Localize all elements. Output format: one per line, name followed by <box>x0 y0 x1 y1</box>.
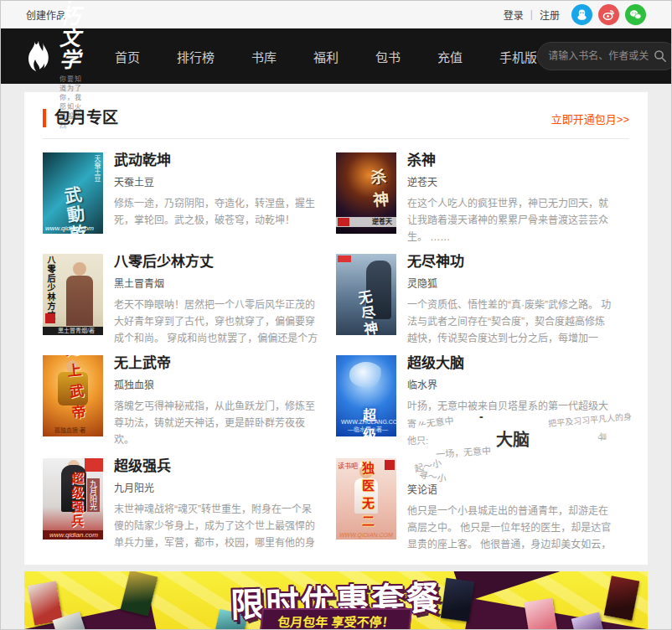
nav-item-baoshu[interactable]: 包书 <box>375 48 401 65</box>
nav-item-ranking[interactable]: 排行榜 <box>177 48 215 65</box>
book-item[interactable]: 八零后少林方丈 黑土冒青烟/著 八零后少林方丈 黑土冒青烟 老天不睁眼呐！居然把… <box>43 254 336 347</box>
monthly-section-title: 包月专区 <box>43 109 118 127</box>
cover-author-text: 九月阳光 <box>87 478 100 512</box>
book-description: 在这个人吃人的疯狂世界，神已无力回天，就让我踏着漫天诸神的累累尸骨来普渡这芸芸众… <box>407 195 614 245</box>
site-name: 不朽文学 <box>59 0 83 71</box>
nav-item-welfare[interactable]: 福利 <box>313 48 339 65</box>
book-item[interactable]: 超级强兵 九月阳光 www.qidian.com 超级强兵 九月阳光 末世神魂战… <box>43 458 336 553</box>
book-author[interactable]: 临水界 <box>407 377 614 391</box>
search-box <box>537 42 672 70</box>
book-cover[interactable]: 无尽神功 <box>336 254 396 335</box>
cover-site-text: www.qidian.com <box>45 225 94 232</box>
book-description: 他只是一个小县城走出的普通青年，却游走在高层之中。 他只是一位年轻的医生，却是达… <box>407 503 614 553</box>
book-author[interactable]: 灵隐狐 <box>407 276 614 290</box>
book-cover[interactable]: 八零后少林方丈 黑土冒青烟/著 <box>43 254 103 335</box>
cover-brain-art <box>349 362 383 387</box>
promo-banner[interactable]: 限时优惠套餐 包月包年 享受不停！ <box>24 571 648 630</box>
book-item[interactable]: 读书吧 独医无二 WWW.QIDIAN.COM 起〜小 寻〜小 笑论语 他只是一… <box>336 458 629 553</box>
search-icon[interactable] <box>654 49 667 63</box>
monthly-zone-card: 包月专区 立即开通包月>> 武動乾坤 天蚕土豆 www.qidian.com 武… <box>24 92 648 565</box>
cover-site-text: WWW.ZHULANG.COM <box>341 419 396 425</box>
book-title[interactable]: 无上武帝 <box>114 355 321 372</box>
banner-book-cover <box>441 578 474 622</box>
nav-menu: 首页 排行榜 书库 福利 包书 充值 手机版 <box>115 48 537 65</box>
book-cover[interactable]: 无上武帝 孤独血狼·著 <box>43 355 103 436</box>
banner-subtitle: 包月包年 享受不停！ <box>260 608 412 630</box>
cover-figure-body <box>66 276 93 326</box>
cover-byline-text: —临水界◎著— <box>348 425 388 433</box>
qq-icon[interactable] <box>571 4 592 25</box>
nav-item-library[interactable]: 书库 <box>251 48 277 65</box>
monthly-book-grid: 武動乾坤 天蚕土豆 www.qidian.com 武动乾坤 天蚕土豆 修炼一途，… <box>43 152 629 553</box>
cover-site-text: www.qidian.com <box>49 531 98 539</box>
glitch-fragment: - <box>479 410 483 423</box>
book-item[interactable]: 杀神 逆苍天 杀神 逆苍天 在这个人吃人的疯狂世界，神已无力回天，就让我踏着漫天… <box>336 152 629 245</box>
open-monthly-link[interactable]: 立即开通包月>> <box>551 111 629 127</box>
auth-divider: | <box>530 8 533 20</box>
top-utility-bar: 创建作品 登录 | 注册 <box>1 1 671 28</box>
glitch-fragment: ~无意中 <box>420 413 454 431</box>
main-content: 包月专区 立即开通包月>> 武動乾坤 天蚕土豆 www.qidian.com 武… <box>1 84 671 630</box>
login-link[interactable]: 登录 <box>504 8 524 22</box>
book-title[interactable]: 无尽神功 <box>407 254 614 271</box>
social-links <box>571 4 646 25</box>
cover-byline-text: 黑土冒青烟/著 <box>58 326 95 334</box>
book-description: 末世神魂战将“魂灭”转世重生，附身在一个呆傻的陆家少爷身上，成为了这个世上最强悍… <box>114 501 321 551</box>
search-input[interactable] <box>548 50 649 62</box>
cover-red-tag <box>338 218 349 226</box>
cover-author-text: 逆苍天 <box>372 216 392 225</box>
flame-logo-icon <box>24 39 53 74</box>
book-author[interactable]: 九月阳光 <box>114 480 321 494</box>
book-author[interactable]: 天蚕土豆 <box>114 174 321 188</box>
weibo-icon[interactable] <box>598 4 619 25</box>
cover-author-text: 天蚕土豆 <box>92 155 101 182</box>
monthly-section-header: 包月专区 立即开通包月>> <box>43 109 629 127</box>
book-item[interactable]: 无上武帝 孤独血狼·著 无上武帝 孤独血狼 落魄乞丐得神秘戒指，从此鱼跃龙门，修… <box>43 355 336 450</box>
book-description: 落魄乞丐得神秘戒指，从此鱼跃龙门，修炼至尊功法，铸就逆天神话，更是醉卧群芳夜夜欢… <box>114 398 321 448</box>
book-description: 一个资质低、悟性差的“真·废柴”武修之路。 功法与武者之间存在“契合度”，契合度… <box>407 297 614 347</box>
glitched-text-area: 寄〃 ~无意中 - 大脑 把平及习习平凡人的身 他只: 一场，无意中 寻 <box>407 415 614 450</box>
wechat-icon[interactable] <box>625 4 646 25</box>
book-title[interactable]: 超级大脑 <box>407 355 614 372</box>
book-cover[interactable]: 杀神 逆苍天 <box>336 152 396 234</box>
cover-title-text: 无上武帝 <box>43 355 103 425</box>
cover-byline-text: 孤独血狼·著 <box>54 426 85 434</box>
cover-figure-head <box>73 262 86 276</box>
nav-item-recharge[interactable]: 充值 <box>437 48 463 65</box>
book-title[interactable]: 武动乾坤 <box>114 152 321 169</box>
cover-title-text: 杀神 <box>345 152 396 213</box>
book-author[interactable]: 笑论语 <box>407 482 614 496</box>
book-title[interactable]: 超级强兵 <box>114 458 321 475</box>
nav-item-home[interactable]: 首页 <box>115 48 140 65</box>
cover-title-text: 八零后少林方丈 <box>44 256 57 320</box>
book-item[interactable]: 超级大脑 WWW.ZHULANG.COM —临水界◎著— 超级大脑 临水界 叶扬… <box>336 355 629 450</box>
glitch-fragment: 寻 <box>596 431 609 442</box>
book-author[interactable]: 黑土冒青烟 <box>114 276 321 290</box>
cover-seal <box>45 313 55 323</box>
book-title[interactable]: 杀神 <box>407 152 614 169</box>
cover-site-text: WWW.QIDIAN.COM <box>339 532 393 538</box>
glitch-fragment: 大脑 <box>496 426 530 451</box>
cover-red-tag <box>338 256 351 262</box>
book-description: 叶扬，无意中被来自贝塔星系的第一代超级大脑辅助系统所 <box>407 398 614 415</box>
main-navbar: 不朽文学 你要知道为了你，我愿如火焰般热烈 首页 排行榜 书库 福利 包书 充值… <box>1 28 671 84</box>
book-description: 老天不睁眼呐！居然把一个八零后风华正茂的大好青年穿到了古代，穿也就穿了，偏偏要穿… <box>114 297 321 347</box>
book-cover[interactable]: 超级大脑 WWW.ZHULANG.COM —临水界◎著— <box>336 355 396 436</box>
glitch-fragment: 他只: <box>407 433 428 447</box>
book-cover[interactable]: 读书吧 独医无二 WWW.QIDIAN.COM <box>336 458 396 540</box>
banner-book-cover <box>604 576 640 621</box>
register-link[interactable]: 注册 <box>540 8 560 22</box>
nav-item-mobile[interactable]: 手机版 <box>499 48 537 65</box>
book-cover[interactable]: 武動乾坤 天蚕土豆 www.qidian.com <box>43 152 103 234</box>
banner-book-cover <box>524 598 558 630</box>
glitched-title-area: 起〜小 寻〜小 <box>407 458 614 480</box>
book-author[interactable]: 孤独血狼 <box>114 377 321 391</box>
book-author[interactable]: 逆苍天 <box>407 174 614 188</box>
book-title[interactable]: 八零后少林方丈 <box>114 254 321 271</box>
book-cover[interactable]: 超级强兵 九月阳光 www.qidian.com <box>43 458 103 540</box>
book-description: 修炼一途，乃窃阴阳，夺造化，转涅盘，握生死，掌轮回。武之极，破苍穹，动乾坤！ <box>114 195 321 229</box>
book-item[interactable]: 无尽神功 无尽神功 灵隐狐 一个资质低、悟性差的“真·废柴”武修之路。 功法与武… <box>336 254 629 347</box>
cover-title-text: 独医无二 <box>339 458 396 529</box>
book-item[interactable]: 武動乾坤 天蚕土豆 www.qidian.com 武动乾坤 天蚕土豆 修炼一途，… <box>43 152 336 245</box>
section-divider <box>43 138 629 139</box>
